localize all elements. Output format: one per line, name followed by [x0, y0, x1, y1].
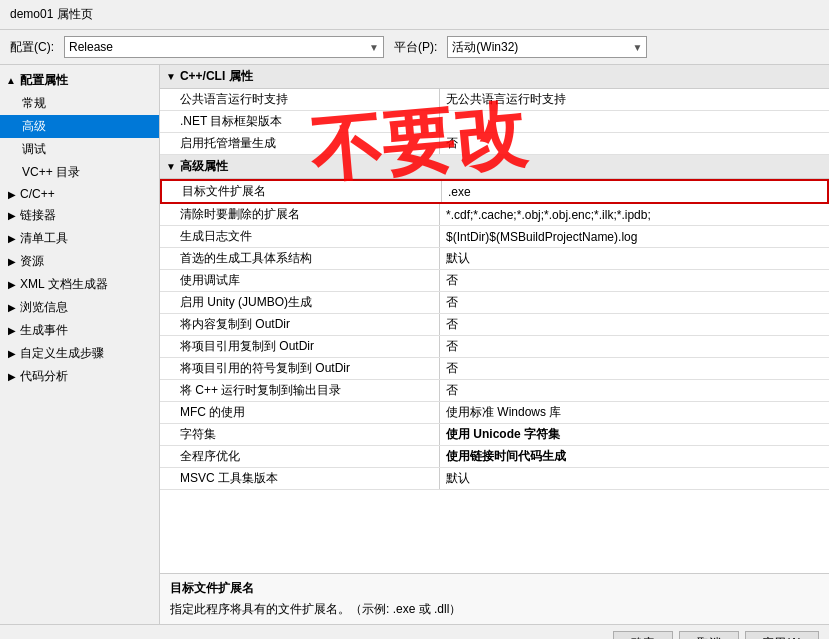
prop-name-copy-sym: 将项目引用的符号复制到 OutDir — [160, 358, 440, 379]
manifest-arrow: ▶ — [8, 233, 16, 244]
prop-name-charset: 字符集 — [160, 424, 440, 445]
prop-name-mfc: MFC 的使用 — [160, 402, 440, 423]
config-section-header[interactable]: ▲ 配置属性 — [0, 69, 159, 92]
code-analysis-label: 代码分析 — [20, 368, 68, 385]
prop-row-debuglib[interactable]: 使用调试库 否 — [160, 270, 829, 292]
sidebar-item-debug[interactable]: 调试 — [0, 138, 159, 161]
prop-value-managed-incremental: 否 — [440, 133, 829, 154]
sidebar-item-linker[interactable]: ▶ 链接器 — [0, 204, 159, 227]
custom-build-arrow: ▶ — [8, 348, 16, 359]
prop-value-clr: 无公共语言运行时支持 — [440, 89, 829, 110]
prop-value-copy-content: 否 — [440, 314, 829, 335]
build-events-label: 生成事件 — [20, 322, 68, 339]
prop-row-clean-ext[interactable]: 清除时要删除的扩展名 *.cdf;*.cache;*.obj;*.obj.enc… — [160, 204, 829, 226]
prop-row-mfc[interactable]: MFC 的使用 使用标准 Windows 库 — [160, 402, 829, 424]
cancel-button[interactable]: 取消 — [679, 631, 739, 639]
config-section-arrow: ▲ — [6, 75, 16, 86]
sidebar-item-cpp[interactable]: ▶ C/C++ — [0, 184, 159, 204]
config-dropdown-arrow: ▼ — [369, 42, 379, 53]
prop-name-dotnet: .NET 目标框架版本 — [160, 111, 440, 132]
right-panel: 不要改 ▼ C++/CLI 属性 公共语言运行时支持 无公共语言运行时支持 .N… — [160, 65, 829, 624]
cpp-label: C/C++ — [20, 187, 55, 201]
prop-row-toolarch[interactable]: 首选的生成工具体系结构 默认 — [160, 248, 829, 270]
code-analysis-arrow: ▶ — [8, 371, 16, 382]
prop-name-managed-incremental: 启用托管增量生成 — [160, 133, 440, 154]
sidebar-item-browse[interactable]: ▶ 浏览信息 — [0, 296, 159, 319]
left-panel: ▲ 配置属性 常规 高级 调试 VC++ 目录 ▶ C/C++ ▶ 链接器 ▶ … — [0, 65, 160, 624]
apply-button[interactable]: 应用(A) — [745, 631, 819, 639]
prop-row-copy-proj-ref[interactable]: 将项目引用复制到 OutDir 否 — [160, 336, 829, 358]
platform-label: 平台(P): — [394, 39, 437, 56]
sidebar-item-resource[interactable]: ▶ 资源 — [0, 250, 159, 273]
prop-value-mfc: 使用标准 Windows 库 — [440, 402, 829, 423]
prop-row-toolset[interactable]: MSVC 工具集版本 默认 — [160, 468, 829, 490]
prop-name-copy-runtime: 将 C++ 运行时复制到输出目录 — [160, 380, 440, 401]
prop-row-wpo[interactable]: 全程序优化 使用链接时间代码生成 — [160, 446, 829, 468]
sidebar-item-general[interactable]: 常规 — [0, 92, 159, 115]
prop-name-copy-proj-ref: 将项目引用复制到 OutDir — [160, 336, 440, 357]
prop-value-copy-proj-ref: 否 — [440, 336, 829, 357]
prop-name-toolarch: 首选的生成工具体系结构 — [160, 248, 440, 269]
prop-name-unity: 启用 Unity (JUMBO)生成 — [160, 292, 440, 313]
prop-row-copy-runtime[interactable]: 将 C++ 运行时复制到输出目录 否 — [160, 380, 829, 402]
prop-row-clr[interactable]: 公共语言运行时支持 无公共语言运行时支持 — [160, 89, 829, 111]
config-dropdown[interactable]: Release ▼ — [64, 36, 384, 58]
prop-row-managed-incremental[interactable]: 启用托管增量生成 否 — [160, 133, 829, 155]
config-section-label: 配置属性 — [20, 72, 68, 89]
window-title: demo01 属性页 — [10, 7, 93, 21]
xml-doc-arrow: ▶ — [8, 279, 16, 290]
prop-value-dotnet — [440, 120, 829, 124]
config-label: 配置(C): — [10, 39, 54, 56]
platform-dropdown-arrow: ▼ — [632, 42, 642, 53]
prop-value-debuglib: 否 — [440, 270, 829, 291]
linker-arrow: ▶ — [8, 210, 16, 221]
prop-row-build-log[interactable]: 生成日志文件 $(IntDir)$(MSBuildProjectName).lo… — [160, 226, 829, 248]
prop-name-wpo: 全程序优化 — [160, 446, 440, 467]
bottom-buttons: 确定 取消 应用(A) — [0, 624, 829, 639]
prop-value-toolset: 默认 — [440, 468, 829, 489]
prop-row-charset[interactable]: 字符集 使用 Unicode 字符集 — [160, 424, 829, 446]
description-title: 目标文件扩展名 — [170, 580, 819, 597]
build-events-arrow: ▶ — [8, 325, 16, 336]
sidebar-item-xml-doc[interactable]: ▶ XML 文档生成器 — [0, 273, 159, 296]
sidebar-item-vc-dirs[interactable]: VC++ 目录 — [0, 161, 159, 184]
advanced-section-header[interactable]: ▼ 高级属性 — [160, 155, 829, 179]
prop-name-toolset: MSVC 工具集版本 — [160, 468, 440, 489]
platform-value: 活动(Win32) — [452, 39, 628, 56]
custom-build-label: 自定义生成步骤 — [20, 345, 104, 362]
prop-row-target-ext[interactable]: 目标文件扩展名 .exe — [160, 179, 829, 204]
sidebar-item-build-events[interactable]: ▶ 生成事件 — [0, 319, 159, 342]
resource-arrow: ▶ — [8, 256, 16, 267]
prop-row-copy-sym[interactable]: 将项目引用的符号复制到 OutDir 否 — [160, 358, 829, 380]
prop-value-copy-sym: 否 — [440, 358, 829, 379]
browse-arrow: ▶ — [8, 302, 16, 313]
cpp-cli-section-label: C++/CLI 属性 — [180, 68, 253, 85]
sidebar-item-custom-build[interactable]: ▶ 自定义生成步骤 — [0, 342, 159, 365]
sidebar-item-advanced[interactable]: 高级 — [0, 115, 159, 138]
prop-name-clr: 公共语言运行时支持 — [160, 89, 440, 110]
prop-name-debuglib: 使用调试库 — [160, 270, 440, 291]
ok-button[interactable]: 确定 — [613, 631, 673, 639]
description-text: 指定此程序将具有的文件扩展名。（示例: .exe 或 .dll） — [170, 601, 819, 618]
prop-value-toolarch: 默认 — [440, 248, 829, 269]
prop-value-unity: 否 — [440, 292, 829, 313]
linker-label: 链接器 — [20, 207, 56, 224]
prop-value-build-log: $(IntDir)$(MSBuildProjectName).log — [440, 228, 829, 246]
cpp-cli-section-header[interactable]: ▼ C++/CLI 属性 — [160, 65, 829, 89]
sidebar-item-manifest[interactable]: ▶ 清单工具 — [0, 227, 159, 250]
prop-row-copy-content[interactable]: 将内容复制到 OutDir 否 — [160, 314, 829, 336]
description-panel: 目标文件扩展名 指定此程序将具有的文件扩展名。（示例: .exe 或 .dll） — [160, 573, 829, 624]
platform-dropdown[interactable]: 活动(Win32) ▼ — [447, 36, 647, 58]
sidebar-item-code-analysis[interactable]: ▶ 代码分析 — [0, 365, 159, 388]
prop-row-unity[interactable]: 启用 Unity (JUMBO)生成 否 — [160, 292, 829, 314]
prop-value-copy-runtime: 否 — [440, 380, 829, 401]
prop-value-charset: 使用 Unicode 字符集 — [440, 424, 829, 445]
xml-doc-label: XML 文档生成器 — [20, 276, 108, 293]
title-bar: demo01 属性页 — [0, 0, 829, 30]
browse-label: 浏览信息 — [20, 299, 68, 316]
prop-name-clean-ext: 清除时要删除的扩展名 — [160, 204, 440, 225]
resource-label: 资源 — [20, 253, 44, 270]
cpp-cli-section-arrow: ▼ — [166, 71, 176, 82]
prop-row-dotnet[interactable]: .NET 目标框架版本 — [160, 111, 829, 133]
prop-name-copy-content: 将内容复制到 OutDir — [160, 314, 440, 335]
